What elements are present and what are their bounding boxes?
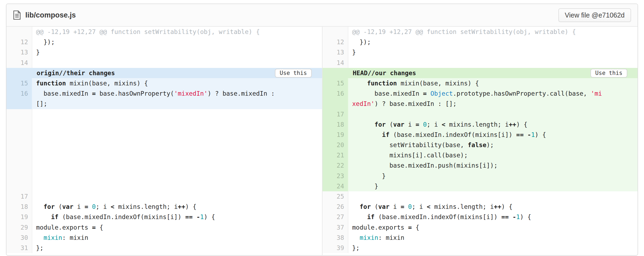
diff-row: 22 base.mixedIn.push(mixins[i]);	[323, 160, 638, 171]
code-segment: -	[512, 213, 516, 220]
code-segment	[427, 90, 430, 97]
diff-row: [];	[6, 99, 322, 109]
code-segment: for	[374, 121, 386, 128]
code-segment	[36, 203, 44, 210]
code-line: base.mixedIn.push(mixins[i]);	[348, 160, 638, 171]
code-segment: };	[36, 244, 44, 251]
code-line: }	[348, 47, 638, 57]
line-number: 16	[6, 88, 32, 99]
code-segment: ) {	[185, 203, 197, 210]
code-segment	[352, 234, 360, 241]
code-segment	[404, 203, 408, 210]
code-segment: =	[85, 203, 88, 210]
code-segment: 'mixedIn'	[174, 90, 208, 97]
code-segment: -	[527, 131, 531, 138]
code-segment: ; i	[412, 203, 427, 210]
code-segment: 1	[516, 213, 520, 220]
code-line: for (var i = 0; i < mixins.length; i++) …	[348, 202, 638, 212]
code-line	[32, 181, 322, 191]
line-number: 12	[323, 37, 348, 47]
code-line: });	[348, 37, 638, 47]
code-segment: });	[36, 39, 55, 46]
diff-row: 15function mixin(base, mixins) {	[6, 78, 322, 88]
code-line	[32, 140, 322, 150]
code-segment: ==	[185, 213, 193, 220]
line-number: 24	[323, 181, 348, 191]
code-line: mixins[i].call(base);	[348, 150, 638, 160]
code-segment: mixins[i].call(base);	[352, 152, 468, 159]
code-segment: mixin	[360, 234, 378, 241]
code-segment: ) {	[520, 213, 531, 220]
code-segment: (base.mixedIn.indexOf(mixins[i])	[58, 213, 185, 220]
code-line: setWritability(base, false);	[348, 140, 638, 150]
diff-row: 13}	[6, 47, 322, 57]
line-number: 21	[323, 150, 348, 160]
code-segment: base.mixedIn	[352, 90, 423, 97]
line-number	[6, 160, 32, 171]
code-segment: ; i	[96, 203, 111, 210]
conflict-header-ours: HEAD//our changesUse this	[323, 68, 638, 78]
diff-row: 26 for (var i = 0; i < mixins.length; i+…	[323, 202, 638, 212]
code-segment: =	[92, 224, 96, 231]
line-number: 18	[6, 202, 32, 212]
code-segment: 0	[423, 121, 427, 128]
line-number: 14	[323, 58, 348, 68]
code-segment: }	[352, 172, 386, 179]
line-number: 39	[323, 243, 348, 253]
code-segment: [];	[36, 100, 47, 107]
line-number: 18	[323, 119, 348, 130]
code-segment: =	[401, 203, 404, 210]
line-number: 16	[323, 88, 348, 99]
code-segment	[352, 80, 367, 87]
line-number: 22	[323, 160, 348, 171]
code-segment: Object	[430, 90, 453, 97]
use-this-button-theirs[interactable]: Use this	[275, 69, 312, 78]
code-segment: i	[404, 121, 416, 128]
line-number	[6, 150, 32, 160]
code-line	[32, 130, 322, 140]
code-line	[348, 109, 638, 119]
diff-row: xedIn') ? base.mixedIn : [];	[323, 99, 638, 109]
code-segment: module.exports	[36, 224, 92, 231]
diff-row: 38 mixin: mixin	[323, 233, 638, 243]
hunk-row: @@ -12,19 +12,27 @@ function setWritabil…	[6, 27, 322, 37]
code-segment: 0	[92, 203, 96, 210]
line-number	[6, 109, 32, 119]
spacer-row	[6, 150, 322, 160]
code-segment: if	[367, 213, 374, 220]
pane-ours: @@ -12,19 +12,27 @@ function setWritabil…	[322, 27, 638, 255]
code-segment: ++	[178, 203, 185, 210]
line-number	[6, 171, 32, 181]
spacer-row	[6, 171, 322, 181]
code-line: mixin: mixin	[32, 233, 322, 243]
spacer-row	[6, 140, 322, 150]
diff-row: 24 }	[323, 181, 638, 191]
diff-row: 29module.exports = {	[6, 222, 322, 233]
file-icon	[13, 10, 21, 20]
code-line	[348, 191, 638, 202]
pane-theirs: @@ -12,19 +12,27 @@ function setWritabil…	[6, 27, 322, 255]
code-segment: =	[408, 224, 412, 231]
line-number: 15	[323, 78, 348, 88]
code-segment: if	[51, 213, 58, 220]
code-line: function mixin(base, mixins) {	[32, 78, 322, 88]
code-segment: });	[352, 39, 371, 46]
line-number	[6, 119, 32, 130]
code-segment: mixin(base, mixins) {	[397, 80, 479, 87]
diff-row: 12 });	[323, 37, 638, 47]
diff-row: 20 setWritability(base, false);	[323, 140, 638, 150]
code-segment: 1	[531, 131, 535, 138]
diff-row: 18 for (var i = 0; i < mixins.length; i+…	[323, 119, 638, 130]
conflict-label: origin//their changes	[6, 70, 115, 77]
line-number	[323, 27, 348, 37]
code-segment: if	[382, 131, 390, 138]
conflict-label: HEAD//our changes	[323, 70, 416, 77]
view-file-button[interactable]: View file @e71062d	[558, 8, 631, 22]
code-segment	[509, 213, 513, 220]
use-this-button-ours[interactable]: Use this	[590, 69, 627, 78]
line-number: 20	[323, 140, 348, 150]
line-number: 13	[6, 47, 32, 57]
code-segment: false	[468, 141, 486, 148]
code-line: if (base.mixedIn.indexOf(mixins[i]) == -…	[32, 212, 322, 222]
code-line: function mixin(base, mixins) {	[348, 78, 638, 88]
